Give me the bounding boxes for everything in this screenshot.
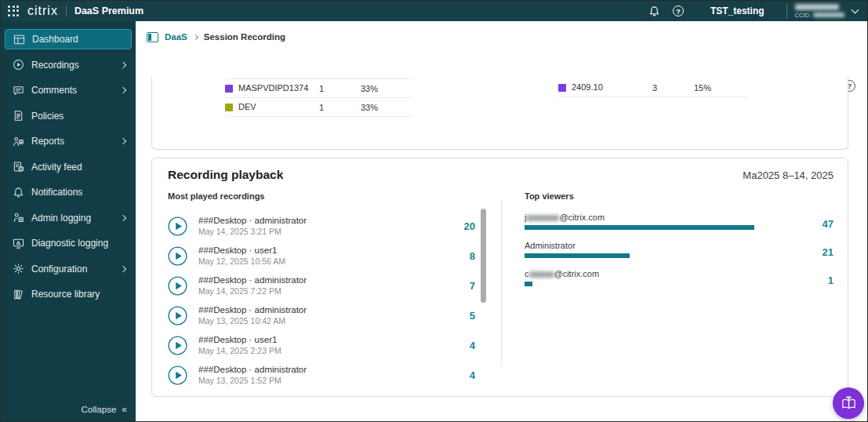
breadcrumb-separator-icon	[193, 34, 198, 39]
product-title: DaaS Premium	[74, 5, 143, 16]
recording-title: ###Desktop · administrator	[198, 275, 445, 285]
breadcrumb-current: Session Recording	[204, 32, 285, 42]
activity-feed-icon	[12, 161, 24, 173]
recording-date: May 12, 2025 10:56 AM	[198, 256, 445, 266]
chevron-right-icon	[120, 61, 126, 67]
viewer-name-redacted	[526, 215, 559, 221]
chevron-right-icon	[120, 87, 126, 93]
table-row: 2409.10 3 15%	[558, 78, 746, 97]
configuration-icon	[12, 263, 24, 275]
viewer-name: c@citrix.com	[525, 269, 780, 278]
table-row: DEV 1 33%	[225, 98, 413, 117]
recording-list-item[interactable]: ###Desktop · administrator May 13, 2025 …	[168, 360, 481, 390]
panel-toggle-icon[interactable]	[147, 32, 158, 42]
sidebar-item[interactable]: Dashboard	[5, 29, 132, 49]
breadcrumb-root-link[interactable]: DaaS	[165, 32, 187, 42]
table-row: MASPVDIPD1374 1 33%	[225, 79, 413, 98]
recordings-icon	[12, 59, 24, 71]
column-divider	[501, 199, 502, 366]
ccid-value-redacted	[813, 13, 844, 17]
chevron-right-icon	[120, 214, 126, 220]
play-button[interactable]	[168, 306, 187, 326]
card-title: Recording playback	[168, 168, 283, 182]
sidebar-item[interactable]: Resource library	[5, 284, 132, 304]
sidebar: Dashboard Recordings Comments Policies	[1, 21, 136, 422]
collapse-chevrons-icon: «	[122, 404, 126, 415]
app-window: citrix DaaS Premium TST_testing CCID: Da…	[0, 0, 868, 422]
sidebar-item[interactable]: Notifications	[5, 182, 132, 202]
sidebar-item[interactable]: Diagnostic logging	[5, 233, 132, 253]
recording-list-item[interactable]: ###Desktop · administrator May 14, 2025 …	[168, 211, 481, 241]
chevron-right-icon	[120, 265, 126, 271]
sidebar-item[interactable]: Admin logging	[5, 208, 132, 228]
notifications-icon	[12, 186, 24, 198]
recording-date: May 14, 2025 2:23 PM	[198, 346, 445, 355]
bell-icon[interactable]	[643, 1, 666, 21]
recording-list-item[interactable]: ###Desktop · administrator May 14, 2025 …	[168, 271, 481, 300]
ccid-label: CCID:	[795, 12, 811, 19]
account-name-redacted	[795, 4, 839, 10]
viewer-bar	[525, 225, 754, 230]
reports-icon	[12, 135, 24, 147]
sidebar-item[interactable]: Comments	[5, 80, 132, 100]
section-heading: Most played recordings	[168, 191, 481, 201]
sidebar-item[interactable]: Recordings	[5, 55, 132, 75]
chevron-right-icon	[120, 138, 126, 144]
recording-title: ###Desktop · administrator	[198, 216, 445, 225]
play-count: 8	[445, 250, 475, 262]
usage-stats-card: MASPVDIPD1374 1 33% DEV 1 33% 2409.10	[151, 77, 848, 150]
admin-logging-icon	[12, 212, 24, 224]
view-count: 21	[802, 246, 833, 258]
recording-list-item[interactable]: ###Desktop · user1 May 14, 2025 2:23 PM …	[168, 330, 481, 360]
viewer-row: j@citrix.com 47	[525, 213, 833, 230]
main-content: DaaS Session Recording AJJSR05	[136, 21, 868, 422]
viewer-bar	[525, 253, 630, 258]
legend-swatch	[225, 85, 233, 93]
view-count: 1	[802, 275, 833, 286]
play-count: 4	[445, 369, 475, 381]
play-button[interactable]	[168, 246, 187, 266]
play-button[interactable]	[168, 366, 187, 385]
sidebar-item[interactable]: Policies	[5, 106, 132, 126]
top-bar: citrix DaaS Premium TST_testing CCID:	[1, 1, 868, 21]
recording-list-item[interactable]: ###Desktop · user1 May 12, 2025 10:56 AM…	[168, 241, 481, 271]
most-played-section: Most played recordings ###Desktop · admi…	[168, 191, 481, 390]
sidebar-item[interactable]: Reports	[5, 131, 132, 151]
sidebar-item[interactable]: Configuration	[5, 259, 132, 279]
recording-title: ###Desktop · administrator	[198, 305, 445, 315]
collapse-button[interactable]: Collapse «	[82, 404, 126, 415]
chevron-down-icon[interactable]	[852, 6, 859, 14]
resource-library-icon	[12, 288, 24, 300]
list-scrollbar[interactable]	[481, 209, 486, 303]
sidebar-item[interactable]: Activity feed	[5, 157, 132, 177]
recording-title: ###Desktop · user1	[198, 246, 445, 255]
account-menu[interactable]: CCID:	[786, 4, 844, 19]
recording-title: ###Desktop · user1	[198, 335, 445, 344]
view-count: 47	[802, 218, 833, 230]
play-button[interactable]	[168, 276, 187, 296]
comments-icon	[12, 84, 24, 96]
viewer-name: j@citrix.com	[525, 213, 780, 222]
date-range: Ma2025 8–14, 2025	[743, 169, 833, 181]
help-icon[interactable]	[666, 1, 690, 21]
play-button[interactable]	[168, 336, 187, 355]
legend-swatch	[225, 104, 233, 111]
breadcrumb: DaaS Session Recording	[136, 21, 868, 45]
play-count: 20	[445, 220, 475, 232]
viewer-name: Administrator	[525, 241, 780, 250]
section-heading: Top viewers	[525, 191, 833, 201]
play-count: 5	[445, 310, 475, 322]
viewer-row: c@citrix.com 1	[525, 269, 833, 286]
guide-fab-button[interactable]	[833, 387, 864, 419]
recording-list-item[interactable]: ###Desktop · administrator May 13, 2025 …	[168, 300, 481, 330]
recording-date: May 14, 2025 7:22 PM	[198, 286, 445, 296]
org-name[interactable]: TST_testing	[710, 5, 764, 16]
diagnostic-logging-icon	[12, 237, 24, 249]
play-button[interactable]	[168, 216, 187, 236]
open-book-bulb-icon	[841, 395, 857, 412]
recording-title: ###Desktop · administrator	[198, 365, 445, 374]
recording-playback-card: Recording playback Ma2025 8–14, 2025 Mos…	[151, 158, 848, 397]
dashboard-icon	[13, 33, 25, 45]
host-usage-table: MASPVDIPD1374 1 33% DEV 1 33%	[225, 78, 413, 117]
waffle-menu-icon[interactable]	[8, 5, 20, 17]
